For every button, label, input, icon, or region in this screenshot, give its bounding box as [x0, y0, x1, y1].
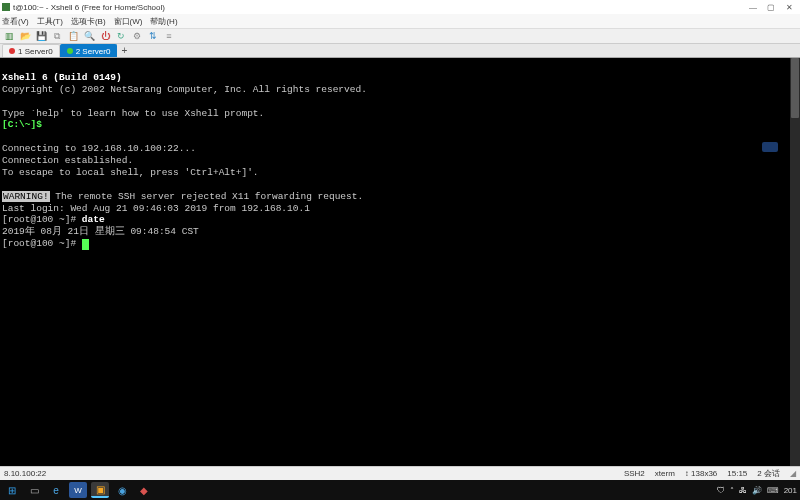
taskbar-app-word[interactable]: W	[69, 482, 87, 498]
menu-view[interactable]: 查看(V)	[2, 16, 29, 27]
terminal-line: Xshell 6 (Build 0149)	[2, 72, 122, 83]
scrollbar-thumb[interactable]	[791, 58, 799, 118]
taskbar-app-xshell[interactable]: ▣	[91, 482, 109, 498]
status-size: ↕ 138x36	[685, 469, 717, 478]
tray-chevron-up-icon[interactable]: ˄	[730, 486, 734, 495]
new-tab-button[interactable]: +	[117, 44, 131, 57]
start-button[interactable]: ⊞	[3, 482, 21, 498]
terminal[interactable]: Xshell 6 (Build 0149) Copyright (c) 2002…	[0, 58, 800, 466]
tab-label: 1 Server0	[18, 47, 53, 56]
app-icon	[2, 3, 10, 11]
status-dot-icon	[9, 48, 15, 54]
window-title: t@100:~ - Xshell 6 (Free for Home/School…	[13, 3, 165, 12]
close-button[interactable]: ✕	[780, 1, 798, 13]
new-session-icon[interactable]: ▥	[2, 29, 16, 43]
terminal-line: The remote SSH server rejected X11 forwa…	[50, 191, 364, 202]
terminal-line: Last login: Wed Aug 21 09:46:03 2019 fro…	[2, 203, 310, 214]
terminal-line: 2019年 08月 21日 星期三 09:48:54 CST	[2, 226, 199, 237]
search-icon[interactable]: 🔍	[82, 29, 96, 43]
tab-strip: 1 Server0 2 Server0 +	[0, 44, 800, 58]
resize-grip-icon[interactable]: ◢	[790, 469, 796, 478]
window-titlebar: t@100:~ - Xshell 6 (Free for Home/School…	[0, 0, 800, 14]
copy-icon[interactable]: ⧉	[50, 29, 64, 43]
system-tray[interactable]: 🛡 ˄ 🖧 🔊 ⌨ 201	[717, 486, 797, 495]
menu-help[interactable]: 帮助(H)	[150, 16, 177, 27]
taskbar-app-vm[interactable]: ◆	[135, 482, 153, 498]
terminal-line: Copyright (c) 2002 NetSarang Computer, I…	[2, 84, 367, 95]
save-icon[interactable]: 💾	[34, 29, 48, 43]
task-view-icon[interactable]: ▭	[25, 482, 43, 498]
tab-label: 2 Server0	[76, 47, 111, 56]
minimize-button[interactable]: —	[744, 1, 762, 13]
menu-bar: 查看(V) 工具(T) 选项卡(B) 窗口(W) 帮助(H)	[0, 14, 800, 28]
status-sessions: 2 会话	[757, 468, 780, 479]
terminal-prompt: [C:\~]$	[2, 119, 42, 130]
status-time: 15:15	[727, 469, 747, 478]
watermark-icon	[762, 142, 778, 152]
cursor-icon	[82, 239, 89, 250]
terminal-prompt: [root@100 ~]#	[2, 214, 82, 225]
menu-tabs[interactable]: 选项卡(B)	[71, 16, 106, 27]
terminal-prompt: [root@100 ~]#	[2, 238, 82, 249]
status-host: 8.10.100:22	[4, 469, 46, 478]
taskbar-app-edge[interactable]: e	[47, 482, 65, 498]
properties-icon[interactable]: ⚙	[130, 29, 144, 43]
paste-icon[interactable]: 📋	[66, 29, 80, 43]
reconnect-icon[interactable]: ↻	[114, 29, 128, 43]
tray-clock[interactable]: 201	[784, 486, 797, 495]
terminal-line: Connection established.	[2, 155, 133, 166]
menu-tools[interactable]: 工具(T)	[37, 16, 63, 27]
toolbar: ▥ 📂 💾 ⧉ 📋 🔍 ⏻ ↻ ⚙ ⇅ ≡	[0, 28, 800, 44]
transfer-icon[interactable]: ⇅	[146, 29, 160, 43]
menu-window[interactable]: 窗口(W)	[114, 16, 143, 27]
open-icon[interactable]: 📂	[18, 29, 32, 43]
terminal-line: Type `help' to learn how to use Xshell p…	[2, 108, 264, 119]
status-bar: 8.10.100:22 SSH2 xterm ↕ 138x36 15:15 2 …	[0, 466, 800, 480]
status-protocol: SSH2	[624, 469, 645, 478]
terminal-command: date	[82, 214, 105, 225]
disconnect-icon[interactable]: ⏻	[98, 29, 112, 43]
terminal-line: Connecting to 192.168.10.100:22...	[2, 143, 196, 154]
maximize-button[interactable]: ▢	[762, 1, 780, 13]
status-term: xterm	[655, 469, 675, 478]
terminal-line	[42, 119, 48, 130]
windows-taskbar: ⊞ ▭ e W ▣ ◉ ◆ 🛡 ˄ 🖧 🔊 ⌨ 201	[0, 480, 800, 500]
terminal-scrollbar[interactable]	[790, 58, 800, 466]
taskbar-app-browser[interactable]: ◉	[113, 482, 131, 498]
script-icon[interactable]: ≡	[162, 29, 176, 43]
terminal-line: To escape to local shell, press 'Ctrl+Al…	[2, 167, 259, 178]
terminal-warning: WARNING!	[2, 191, 50, 202]
tray-volume-icon[interactable]: 🔊	[752, 486, 762, 495]
tray-network-icon[interactable]: 🖧	[739, 486, 747, 495]
tray-shield-icon[interactable]: 🛡	[717, 486, 725, 495]
status-dot-icon	[67, 48, 73, 54]
tray-ime-icon[interactable]: ⌨	[767, 486, 779, 495]
tab-server0-1[interactable]: 1 Server0	[2, 44, 60, 57]
tab-server0-2[interactable]: 2 Server0	[60, 44, 118, 57]
